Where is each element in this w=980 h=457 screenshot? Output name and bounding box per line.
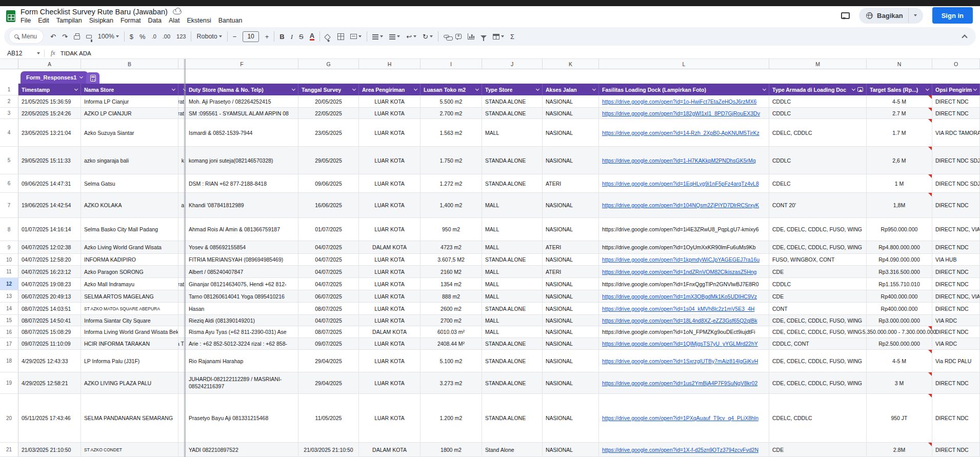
name-box-dropdown-icon[interactable] [37,52,40,54]
cell-tg[interactable]: 1 M [867,174,932,193]
row-header[interactable]: 6 [0,174,18,193]
cell-lk[interactable]: https://drive.google.com/open?id=1oN_FPM… [599,326,769,338]
cell-ak[interactable]: NASIONAL [543,254,599,266]
cell-dt[interactable]: 29/05/2025 [298,147,359,174]
drive-link[interactable]: https://drive.google.com/open?id=1X-f-d2… [602,447,758,453]
comment-history-icon[interactable] [841,12,850,19]
row-header[interactable]: 17 [0,338,18,350]
row-header[interactable]: 20 [0,394,18,443]
cell-st[interactable]: Informa Siantar City Square [81,315,178,326]
cell-ty[interactable]: Stand Alone [482,443,543,457]
cell-tg[interactable]: 5.350.000.000 - 7.300.000.000 [867,326,932,338]
cell-tg[interactable]: 2.7 M [867,108,932,119]
column-header-lu[interactable]: Luasan Toko m2 [421,84,482,95]
drive-link[interactable]: https://drive.google.com/open?id=104NQsm… [602,202,759,208]
column-letter-G[interactable]: G [298,59,359,69]
cell-lk[interactable]: https://drive.google.com/open?id=1o-HwiF… [599,95,769,108]
cell-ts[interactable]: 19/06/2025 14:42:54 [18,193,81,218]
column-header-lk[interactable]: Fasilitas Loading Dock (Lampirkan Foto) [599,84,769,95]
cell-dt[interactable]: 01/07/2025 [298,218,359,241]
row-header[interactable]: 8 [0,218,18,241]
cell-op[interactable]: Via RDC PALU [932,350,980,372]
drive-link[interactable]: https://drive.google.com/open?id=1QIMjgs… [602,341,758,347]
column-header-tg[interactable]: Target Sales (Rp...) [867,84,932,95]
column-letter-K[interactable]: K [543,59,599,69]
row-header[interactable]: 13 [0,290,18,303]
cell-lk[interactable]: https://drive.google.com/open?id=1us2YmB… [599,372,769,394]
fill-color-icon[interactable] [322,30,334,43]
cell-ty[interactable]: STANDA ALONE [482,394,543,443]
row-header[interactable]: 2 [0,95,18,108]
cell-am[interactable]: CDE, CDELC, CDDLC, FUSO, WING [769,326,867,338]
paint-format-icon[interactable] [83,30,95,43]
cell-ts[interactable]: 06/07/2025 20:49:13 [18,290,81,303]
cell-ar[interactable]: LUAR KOTA [359,147,421,174]
cell-op[interactable]: VIA RDC TAMORA [932,119,980,147]
cell-dt[interactable]: 22/05/2025 [298,108,359,119]
cell-ty[interactable]: STANDA ALONE [482,95,543,108]
cell-lu[interactable]: 2700 m2 [421,315,482,326]
cell-ar[interactable]: LUAR KOTA [359,119,421,147]
borders-icon[interactable] [334,30,347,43]
cell-ty[interactable]: MALL [482,290,543,303]
cell-ty[interactable]: STANDA ALONE [482,350,543,372]
cell-lk[interactable]: https://drive.google.com/open?id=1i4E3ZR… [599,218,769,241]
cell-dt[interactable]: 04/07/2025 [298,315,359,326]
cell-lk[interactable]: https://drive.google.com/open?id=1Sxrzgl… [599,350,769,372]
cell-op[interactable]: DIRECT NDC [932,95,980,108]
cell-du[interactable]: Rieziq Aldi (081390149201) [186,315,298,326]
cell-ar[interactable]: LUAR KOTA [359,254,421,266]
drive-link[interactable]: https://drive.google.com/open?id=1ndZRnV… [602,269,756,275]
cell-dt[interactable]: 29/04/2025 [298,372,359,394]
cell-st[interactable]: Azko Paragon SORONG [81,266,178,278]
cell-ty[interactable]: MALL [482,266,543,278]
drive-link[interactable]: https://drive.google.com/open?id=1Sxrzgl… [602,358,758,364]
formula-input[interactable]: TIDAK ADA [61,50,91,56]
cell-op[interactable]: DIRECT NDC [932,278,980,290]
column-header-ak[interactable]: Akses Jalan [543,84,599,95]
cell-lk[interactable]: https://drive.google.com/open?id=18L4nd8… [599,315,769,326]
menu-file[interactable]: File [17,16,34,25]
cell-am[interactable]: CDE, CDELC, CDDLC, FUSO, WING [769,218,867,241]
cell-ak[interactable]: NASIONAL [543,443,599,457]
share-button[interactable]: Bagikan [859,8,923,24]
cell-ts[interactable]: 05/11/2025 17:43:46 [18,394,81,443]
cell-du[interactable]: YADI 082210897522 [186,443,298,457]
cell-ts[interactable]: 08/07/2025 15:08:29 [18,326,81,338]
cell-ts[interactable]: 04/07/2025 16:23:12 [18,266,81,278]
cell-op[interactable]: VIA RDC [932,315,980,326]
row-header[interactable]: 9 [0,241,18,254]
cell-op[interactable]: DIRECT NDC [932,303,980,315]
cell-ak[interactable]: NASIONAL [543,278,599,290]
decrease-font-size-icon[interactable]: − [230,30,240,43]
cell-ar[interactable]: LUAR KOTA [359,350,421,372]
cell-ty[interactable]: MALL [482,193,543,218]
cell-du[interactable]: Moh. Aji Prasetyo / 082264252415 [186,95,298,108]
cell-ak[interactable]: NASIONAL [543,147,599,174]
cell-op[interactable]: DIRECT NDC SDJ [932,174,980,193]
cell-am[interactable]: CONT 20' [769,193,867,218]
drive-link[interactable]: https://drive.google.com/open?id=1mX3OBg… [602,293,757,300]
row-header[interactable]: 12 [0,278,18,290]
cell-ak[interactable]: NASIONAL [543,338,599,350]
drive-link[interactable]: https://drive.google.com/open?id=1OyUmXx… [602,244,756,250]
column-header-op[interactable]: Opsi Pengiriman t [932,84,980,95]
more-formats-icon[interactable]: 123 [173,30,189,43]
column-header-ty[interactable]: Type Store [482,84,543,95]
filter-chevron-icon[interactable] [352,87,356,90]
cell-ar[interactable]: DALAM KOTA [359,241,421,254]
cell-ak[interactable]: ATERI [543,241,599,254]
cell-op[interactable]: DIRECT NDC [932,372,980,394]
cell-st[interactable]: ST AZKO CONDET [81,443,178,457]
cell-ts[interactable]: 21/03/2025 21:10:50 [18,443,81,457]
document-title[interactable]: Form Checklist Survey Rute Baru (Jawaban… [21,8,168,16]
cell-tg[interactable]: Rp400.000.000 [867,303,932,315]
column-header-dt[interactable]: Tanggal Survey [298,84,359,95]
font-size-input[interactable]: 10 [239,30,262,43]
cell-ts[interactable]: 09/06/2025 14:47:31 [18,174,81,193]
cell-lu[interactable]: 5.500 m2 [421,95,482,108]
name-box[interactable]: AB12 [0,50,44,57]
text-color-icon[interactable]: A [307,30,317,43]
cell-ar[interactable]: LUAR KOTA [359,315,421,326]
column-header-ts[interactable]: Timestamp [18,84,81,95]
